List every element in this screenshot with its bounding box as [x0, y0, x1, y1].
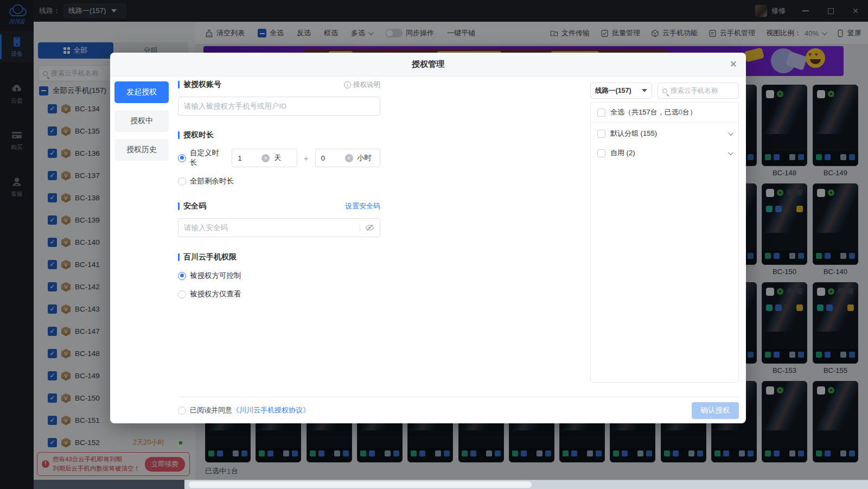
agreement-radio[interactable] — [178, 407, 186, 415]
picker-group-default[interactable]: 默认分组 (155) — [591, 125, 738, 142]
security-code-input[interactable] — [184, 224, 360, 232]
authorization-dialog: 授权管理 ✕ 发起授权 授权中 授权历史 被授权账号 i 授权说明 — [110, 53, 746, 423]
chevron-down-icon — [728, 130, 733, 136]
picker-search-box — [658, 82, 739, 99]
clear-hours-icon[interactable]: × — [345, 154, 353, 162]
radio-grantee-view-only[interactable] — [178, 290, 186, 299]
radio-custom-duration[interactable] — [178, 154, 186, 162]
authorization-help-link[interactable]: i 授权说明 — [344, 80, 380, 90]
horizontal-scrollbar[interactable] — [34, 480, 868, 489]
picker-line-dropdown[interactable]: 线路一(157) — [590, 82, 652, 99]
picker-search-input[interactable] — [671, 87, 734, 94]
hours-input-box: × 小时 — [315, 149, 381, 167]
days-input-box: × 天 — [232, 149, 297, 167]
picker-device-tree: 全选（共157台，已选0台） 默认分组 (155) 自用 (2) — [590, 102, 739, 383]
radio-grantee-can-control[interactable] — [178, 272, 186, 280]
chevron-down-icon — [728, 150, 733, 155]
scrollbar-track[interactable] — [184, 480, 868, 489]
hours-input[interactable] — [321, 154, 345, 162]
dialog-header: 授权管理 ✕ — [110, 53, 746, 77]
group-checkbox[interactable] — [597, 149, 605, 157]
app-window: 川川云 设备 云盘 购买 客服 线路： 线路一(157) 修修 — [0, 0, 868, 489]
tab-authorizing[interactable]: 授权中 — [114, 110, 169, 132]
device-picker: 线路一(157) 全选（共157台，已选0台） 默认分组 (155) — [590, 82, 739, 383]
confirm-authorization-button[interactable]: 确认授权 — [692, 402, 739, 419]
radio-all-remaining-duration[interactable] — [178, 177, 186, 186]
authorization-form: 被授权账号 i 授权说明 授权时长 自定义时长 × 天 — [178, 80, 380, 299]
group-checkbox[interactable] — [597, 130, 605, 138]
search-icon — [662, 88, 667, 93]
set-security-code-link[interactable]: 设置安全码 — [345, 201, 380, 211]
eye-off-icon[interactable] — [365, 224, 374, 232]
tab-initiate-authorization[interactable]: 发起授权 — [114, 81, 169, 103]
authorized-account-input[interactable] — [178, 97, 380, 116]
days-input[interactable] — [238, 154, 261, 162]
section-phone-permission: 百川云手机权限 — [178, 252, 380, 262]
dialog-title: 授权管理 — [412, 59, 444, 69]
security-code-box — [178, 218, 380, 237]
picker-selected-count: 0 — [679, 108, 682, 116]
dialog-close-icon[interactable]: ✕ — [730, 59, 737, 70]
dialog-tabs: 发起授权 授权中 授权历史 — [114, 81, 169, 168]
dialog-footer: 已阅读并同意 《川川云手机授权协议》 确认授权 — [178, 397, 739, 423]
caret-down-icon — [642, 89, 647, 92]
section-authorized-account: 被授权账号 — [178, 80, 221, 90]
info-icon: i — [344, 81, 351, 88]
agreement-link[interactable]: 《川川云手机授权协议》 — [232, 405, 310, 415]
section-security-code: 安全码 — [178, 201, 206, 211]
scrollbar-thumb[interactable] — [189, 481, 532, 488]
picker-group-self[interactable]: 自用 (2) — [591, 144, 738, 162]
tab-authorization-history[interactable]: 授权历史 — [114, 139, 169, 161]
select-all-checkbox[interactable] — [597, 109, 605, 117]
picker-select-all-row[interactable]: 全选（共157台，已选0台） — [591, 103, 738, 123]
section-duration: 授权时长 — [178, 130, 380, 140]
clear-days-icon[interactable]: × — [261, 154, 270, 162]
